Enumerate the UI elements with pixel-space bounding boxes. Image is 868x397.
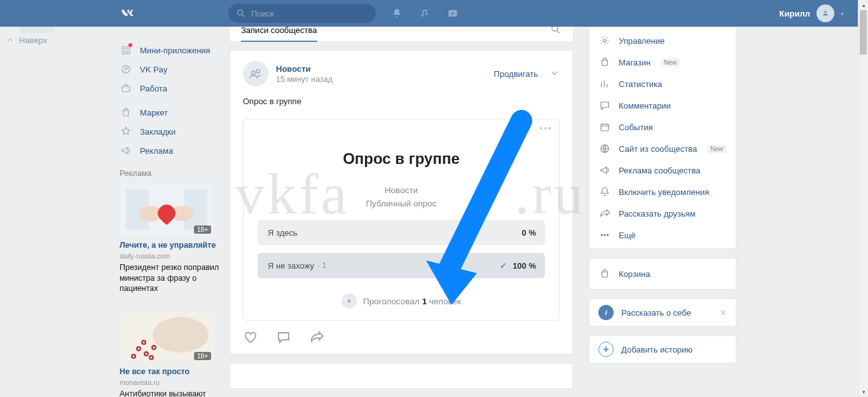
ad-tag: 18+: [194, 352, 211, 360]
poll-option-1[interactable]: Я здесь 0 %: [258, 220, 545, 245]
svg-point-23: [146, 353, 148, 355]
ritem-cart[interactable]: Корзина: [589, 261, 736, 286]
ad-tag: 18+: [194, 225, 211, 234]
ritem-more[interactable]: Ещё: [589, 224, 736, 246]
post-time[interactable]: 15 минут назад: [276, 75, 333, 84]
right-sidebar: Управление МагазинNew Статистика Коммент…: [589, 27, 736, 363]
comment-button[interactable]: [276, 330, 291, 345]
nav-vk-pay[interactable]: VK Pay: [120, 60, 221, 79]
ritem-manage[interactable]: Управление: [589, 30, 736, 51]
ritem-shop[interactable]: МагазинNew: [589, 51, 736, 73]
ritem-stats[interactable]: Статистика: [589, 73, 736, 95]
user-menu[interactable]: Кирилл ▾: [780, 4, 844, 22]
tip-about[interactable]: i Рассказать о себе ✕: [589, 299, 736, 326]
scroll-thumb[interactable]: [860, 10, 867, 55]
post-header: Новости 15 минут назад Продвигать: [243, 61, 560, 86]
post-actions: [243, 321, 560, 354]
ritem-notifications[interactable]: Включить уведомления: [589, 181, 736, 203]
user-name: Кирилл: [780, 9, 810, 18]
nav-bookmarks[interactable]: Закладки: [120, 122, 221, 141]
nav-label: VK Pay: [140, 65, 167, 74]
share-icon: [598, 208, 611, 219]
video-icon[interactable]: [447, 8, 458, 19]
nav-advert[interactable]: Реклама: [120, 141, 221, 160]
poll-option-label: Я здесь: [268, 228, 298, 238]
ritem-tell-friends[interactable]: Рассказать друзьям: [589, 203, 736, 224]
svg-rect-6: [127, 51, 130, 55]
search-input[interactable]: [251, 9, 368, 18]
nav-label: Маркет: [140, 108, 168, 118]
ad-image-1: 18+: [120, 183, 214, 236]
nav-mini-apps[interactable]: Мини-приложения: [120, 41, 221, 60]
search-box[interactable]: [228, 4, 376, 23]
topbar: Кирилл ▾: [0, 0, 858, 27]
like-button[interactable]: [243, 330, 258, 345]
scroll-up-button[interactable]: ▴: [858, 0, 868, 10]
scroll-track[interactable]: [858, 10, 868, 387]
chevron-down-icon: ▾: [841, 10, 844, 17]
ad-card-2[interactable]: 18+ Не все так просто monavista.ru Антиб…: [120, 309, 221, 397]
next-post-stub: [230, 363, 573, 389]
vk-logo[interactable]: [120, 5, 136, 22]
svg-point-0: [238, 10, 243, 15]
post-source[interactable]: Новости: [276, 64, 333, 74]
svg-line-1: [242, 15, 244, 17]
ad-title: Лечите, а не управляйте: [120, 241, 221, 251]
back-to-top[interactable]: Наверх: [6, 36, 47, 45]
ad-domain: daily-russia.com: [120, 252, 221, 260]
promote-button[interactable]: Продвигать: [494, 69, 538, 79]
main-column: Записи сообщества Новости 15 минут назад…: [230, 18, 573, 389]
site-icon: [598, 143, 611, 154]
svg-point-25: [153, 347, 155, 349]
new-badge: New: [661, 58, 680, 67]
voter-avatar-icon: [341, 293, 357, 309]
post-avatar[interactable]: [243, 61, 268, 86]
bell-icon: [598, 186, 611, 198]
shop-icon: [598, 57, 611, 68]
back-to-top-label: Наверх: [19, 36, 47, 45]
nav-label: Работа: [140, 84, 167, 93]
nav-jobs[interactable]: Работа: [120, 79, 221, 98]
poll-menu-icon[interactable]: •••: [539, 123, 553, 133]
post-text: Опрос в группе: [243, 97, 560, 106]
jobs-icon: [120, 83, 132, 94]
svg-point-26: [143, 342, 145, 344]
poll-footer-text: Проголосовал 1 человек: [363, 297, 461, 306]
poll-option-count: · 1: [318, 261, 326, 270]
ad-card-1[interactable]: 18+ Лечите, а не управляйте daily-russia…: [120, 183, 221, 294]
svg-rect-33: [601, 124, 609, 131]
notification-dot: [128, 43, 132, 47]
gear-icon: [598, 35, 611, 46]
post-menu-chevron-icon[interactable]: [549, 68, 560, 80]
ritem-comments[interactable]: Комментарии: [589, 95, 736, 116]
browser-scrollbar[interactable]: ▴ ▾: [858, 0, 868, 397]
poll-option-label: Я не захожу: [268, 261, 314, 271]
poll-card: ••• Опрос в группе Новости Публичный опр…: [243, 119, 560, 321]
nav-market[interactable]: Маркет: [120, 103, 221, 122]
poll-option-2[interactable]: Я не захожу · 1 ✓ 100 %: [258, 253, 545, 278]
poll-title: Опрос в группе: [258, 150, 545, 168]
tip-add-story[interactable]: + Добавить историю: [589, 335, 736, 363]
stats-icon: [598, 78, 611, 90]
scroll-down-button[interactable]: ▾: [858, 387, 868, 397]
poll-footer[interactable]: Проголосовал 1 человек: [258, 293, 545, 309]
svg-point-22: [138, 348, 140, 350]
ritem-site[interactable]: Сайт из сообществаNew: [589, 138, 736, 159]
svg-point-32: [603, 39, 607, 43]
nav-label: Реклама: [140, 146, 173, 156]
new-badge: New: [707, 145, 726, 153]
poll-source[interactable]: Новости: [258, 185, 545, 195]
ad-image-2: 18+: [120, 309, 214, 363]
ad-domain: monavista.ru: [120, 379, 221, 386]
post-card: Новости 15 минут назад Продвигать Опрос …: [230, 50, 573, 354]
ritem-events[interactable]: События: [589, 116, 736, 138]
music-icon[interactable]: [419, 8, 431, 19]
left-sidebar: Мини-приложения VK Pay Работа Маркет Зак…: [120, 27, 221, 397]
management-panel: Управление МагазинNew Статистика Коммент…: [589, 27, 736, 249]
poll-option-percent: ✓ 100 %: [500, 261, 537, 271]
cart-icon: [598, 268, 611, 279]
ritem-community-ads[interactable]: Реклама сообщества: [589, 159, 736, 181]
share-button[interactable]: [309, 330, 324, 345]
bell-icon[interactable]: [391, 8, 403, 19]
close-icon[interactable]: ✕: [720, 308, 727, 318]
